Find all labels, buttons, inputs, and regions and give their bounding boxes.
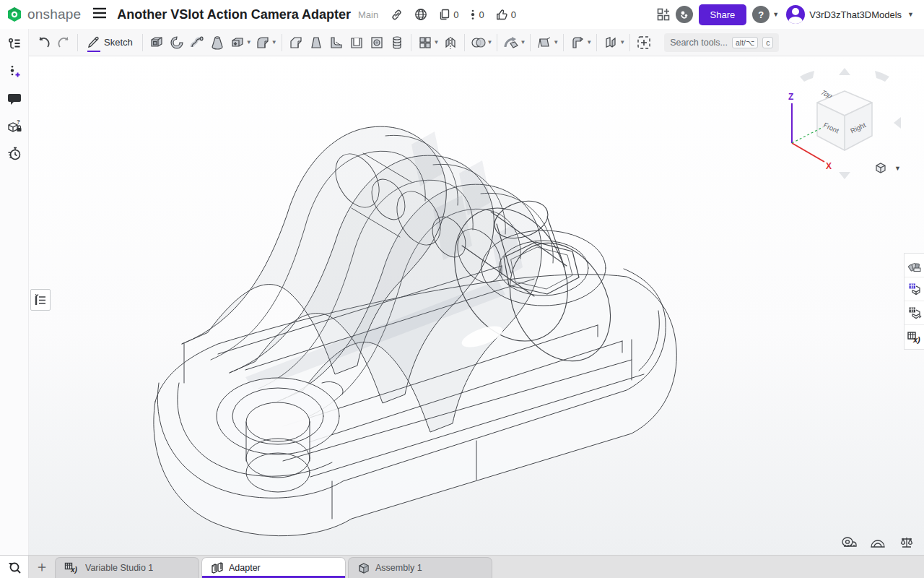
forks-icon bbox=[470, 9, 476, 21]
plane-button[interactable] bbox=[534, 32, 554, 53]
left-sidebar: ? bbox=[0, 29, 29, 555]
transform-dropdown-icon[interactable]: ▼ bbox=[520, 39, 526, 46]
copies-icon bbox=[439, 9, 450, 20]
sheet-metal-button[interactable] bbox=[567, 32, 588, 53]
share-button[interactable]: Share bbox=[699, 4, 747, 25]
variables-glyph: x) bbox=[912, 335, 920, 343]
toolbar-divider bbox=[497, 34, 497, 51]
thicken-button[interactable] bbox=[227, 32, 248, 53]
tab-manager-button[interactable] bbox=[0, 556, 29, 578]
copy-link-icon[interactable] bbox=[387, 5, 406, 24]
revolve-button[interactable] bbox=[167, 32, 187, 53]
forks-stat[interactable]: 0 bbox=[470, 9, 484, 21]
chamfer-button[interactable] bbox=[286, 32, 306, 53]
rib-button[interactable] bbox=[326, 32, 346, 53]
sweep-button[interactable] bbox=[187, 32, 207, 53]
configurations-panel-button[interactable] bbox=[905, 277, 924, 301]
likes-stat[interactable]: 0 bbox=[496, 9, 516, 21]
versions-icon[interactable] bbox=[4, 62, 25, 81]
draft-button[interactable] bbox=[306, 32, 326, 53]
loft-button[interactable] bbox=[207, 32, 227, 53]
rotate-up-icon bbox=[839, 68, 850, 75]
forks-count: 0 bbox=[479, 9, 484, 20]
username: V3rD3zThat3DModels bbox=[809, 9, 902, 20]
app-store-icon[interactable] bbox=[654, 5, 673, 24]
feature-list-icon[interactable] bbox=[4, 35, 25, 53]
boolean-dropdown-icon[interactable]: ▼ bbox=[487, 39, 493, 46]
tab-label: Adapter bbox=[229, 563, 261, 573]
graphics-area[interactable]: Top Front Right Z X ▼ bbox=[29, 56, 924, 555]
help-caret-icon[interactable]: ▼ bbox=[772, 11, 779, 18]
public-globe-icon[interactable] bbox=[411, 5, 430, 24]
workspace-name[interactable]: Main bbox=[358, 9, 378, 20]
surface-dropdown-icon[interactable]: ▼ bbox=[619, 39, 625, 46]
copies-stat[interactable]: 0 bbox=[439, 9, 458, 20]
document-title: Another VSlot Action Camera Adapter bbox=[117, 7, 351, 22]
boolean-button[interactable] bbox=[468, 32, 489, 53]
part-studio-icon bbox=[211, 562, 224, 574]
shell-button[interactable] bbox=[346, 32, 367, 53]
sheet-metal-dropdown-icon[interactable]: ▼ bbox=[586, 39, 592, 46]
right-panel: x) bbox=[904, 253, 924, 350]
onshape-logo[interactable]: onshape bbox=[6, 6, 81, 23]
rotate-cw-icon bbox=[875, 71, 889, 82]
comments-icon[interactable] bbox=[4, 90, 25, 108]
angle-icon[interactable] bbox=[869, 535, 886, 551]
linear-pattern-button[interactable] bbox=[415, 32, 435, 53]
mass-properties-icon[interactable] bbox=[898, 535, 915, 551]
history-icon[interactable] bbox=[4, 144, 25, 163]
add-tab-button[interactable]: ＋ bbox=[29, 556, 55, 578]
toolbar-divider bbox=[563, 34, 564, 51]
measure-icon[interactable] bbox=[840, 535, 858, 551]
tab-adapter[interactable]: Adapter bbox=[201, 557, 346, 578]
tab-variable-studio[interactable]: x) Variable Studio 1 bbox=[55, 557, 199, 578]
transform-button[interactable] bbox=[501, 32, 521, 53]
toolbar-divider bbox=[142, 34, 143, 51]
tab-assembly[interactable]: Assembly 1 bbox=[348, 557, 492, 578]
rotate-ccw-icon bbox=[800, 71, 814, 82]
view-mode-cube-icon bbox=[874, 162, 887, 175]
variable-studio-icon: x) bbox=[64, 562, 80, 574]
top-header: onshape Another VSlot Action Camera Adap… bbox=[0, 0, 924, 29]
undo-button[interactable] bbox=[33, 32, 53, 53]
assistant-icon[interactable] bbox=[676, 6, 693, 23]
fillet-dropdown-icon[interactable]: ▼ bbox=[271, 39, 277, 46]
svg-text:?: ? bbox=[17, 119, 20, 125]
toolbar-divider bbox=[282, 34, 282, 51]
plane-dropdown-icon[interactable]: ▼ bbox=[553, 39, 559, 46]
view-options-button[interactable]: ▼ bbox=[874, 162, 904, 175]
main-menu-icon[interactable] bbox=[92, 7, 107, 22]
feature-tree-toggle[interactable] bbox=[30, 289, 51, 311]
mirror-button[interactable] bbox=[440, 32, 461, 53]
surface-button[interactable] bbox=[601, 32, 621, 53]
x-axis bbox=[792, 143, 824, 162]
variables-panel-button[interactable]: x) bbox=[905, 325, 924, 349]
toolbar-divider bbox=[77, 34, 78, 51]
sketch-button[interactable]: Sketch bbox=[82, 32, 139, 53]
tab-label: Assembly 1 bbox=[375, 563, 422, 573]
feature-toolbar: Sketch ▼ ▼ bbox=[29, 29, 924, 56]
thread-button[interactable] bbox=[387, 32, 407, 53]
add-selection-button[interactable] bbox=[634, 32, 654, 53]
search-tools-box[interactable]: Search tools... alt/⌥ c bbox=[664, 33, 779, 52]
copies-count: 0 bbox=[453, 9, 458, 20]
bottom-tab-bar: ＋ x) Variable Studio 1 Adapter Assembly … bbox=[0, 555, 924, 578]
x-axis-label: X bbox=[826, 161, 832, 171]
thicken-dropdown-icon[interactable]: ▼ bbox=[246, 39, 252, 46]
learning-icon[interactable]: ? bbox=[4, 117, 25, 136]
avatar[interactable] bbox=[786, 5, 805, 24]
shortcut-c-badge: c bbox=[762, 37, 773, 48]
help-button[interactable]: ? bbox=[752, 6, 770, 23]
redo-button[interactable] bbox=[53, 32, 74, 53]
hole-button[interactable] bbox=[367, 32, 387, 53]
onshape-logo-icon bbox=[6, 6, 23, 23]
appearance-panel-button[interactable] bbox=[905, 254, 924, 277]
account-caret-icon[interactable]: ▼ bbox=[907, 11, 914, 18]
fillet-button[interactable] bbox=[253, 32, 273, 53]
likes-count: 0 bbox=[511, 9, 516, 20]
configured-features-panel-button[interactable] bbox=[905, 301, 924, 325]
z-axis-label: Z bbox=[788, 92, 793, 102]
pattern-dropdown-icon[interactable]: ▼ bbox=[434, 39, 440, 46]
extrude-button[interactable] bbox=[147, 32, 167, 53]
toolbar-divider bbox=[530, 34, 531, 51]
